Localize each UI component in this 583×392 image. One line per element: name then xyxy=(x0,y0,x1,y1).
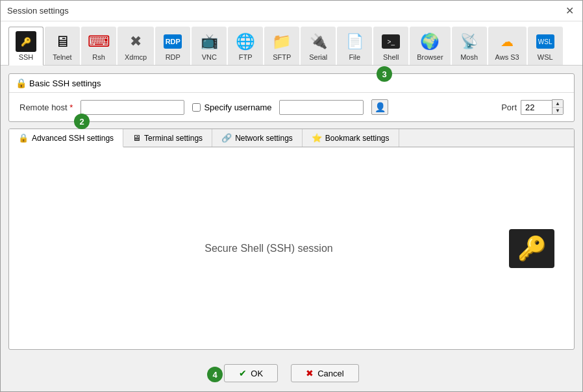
tab-bookmark[interactable]: ⭐ Bookmark settings xyxy=(303,129,399,147)
remote-host-input[interactable] xyxy=(81,100,184,115)
xdmcp-icon: ✖ xyxy=(125,31,146,52)
tab-network-label: Network settings xyxy=(235,134,293,143)
terminal-tab-icon: 🖥 xyxy=(132,133,141,143)
shell-icon: >_ xyxy=(380,31,401,52)
proto-label-mosh: Mosh xyxy=(460,53,478,61)
proto-tab-xdmcp[interactable]: ✖ Xdmcp xyxy=(118,27,154,65)
settings-tabs-bar: 🔒 Advanced SSH settings 🖥 Terminal setti… xyxy=(9,129,574,147)
title-bar: Session settings ✕ xyxy=(1,1,582,21)
proto-tab-shell[interactable]: >_ Shell xyxy=(373,27,408,65)
tabs-content-area: Secure Shell (SSH) session 🔑 xyxy=(9,147,574,349)
serial-icon: 🔌 xyxy=(308,31,329,52)
bookmark-tab-icon: ⭐ xyxy=(312,133,322,143)
port-spinners: ▲ ▼ xyxy=(552,99,564,115)
proto-tab-serial[interactable]: 🔌 Serial xyxy=(301,27,336,65)
ok-label: OK xyxy=(251,369,263,378)
window-title: Session settings xyxy=(7,6,69,16)
basic-settings-title: Basic SSH settings xyxy=(29,79,101,88)
proto-tab-browser[interactable]: 🌍 Browser xyxy=(410,27,450,65)
rsh-icon: ⌨ xyxy=(88,31,109,52)
sftp-icon: 📁 xyxy=(271,31,292,52)
user-browse-button[interactable]: 👤 xyxy=(371,99,388,115)
proto-label-sftp: SFTP xyxy=(273,53,291,61)
port-increment-button[interactable]: ▲ xyxy=(552,100,563,107)
proto-label-shell: Shell xyxy=(383,53,399,61)
vnc-icon: 📺 xyxy=(199,31,219,52)
proto-label-wsl: WSL xyxy=(538,53,553,61)
mosh-icon: 📡 xyxy=(459,31,480,52)
proto-label-rdp: RDP xyxy=(166,53,180,61)
step-circle-2: 2 xyxy=(74,114,90,129)
proto-label-browser: Browser xyxy=(417,53,443,61)
step-circle-3: 3 xyxy=(377,66,392,82)
tab-terminal-label: Terminal settings xyxy=(144,134,203,143)
ssh-icon: 🔑 xyxy=(16,31,36,52)
proto-label-ftp: FTP xyxy=(239,53,253,61)
ok-button[interactable]: ✔ OK xyxy=(224,364,278,382)
settings-tabs-container: 🔒 Advanced SSH settings 🖥 Terminal setti… xyxy=(8,129,575,350)
basic-ssh-settings: 🔒 Basic SSH settings Remote host * Speci… xyxy=(8,73,575,122)
proto-tab-file[interactable]: 📄 File xyxy=(337,27,372,65)
proto-label-vnc: VNC xyxy=(202,53,217,61)
proto-tab-awss3[interactable]: ☁ Aws S3 xyxy=(488,27,527,65)
tab-advanced-ssh-label: Advanced SSH settings xyxy=(32,134,114,143)
proto-tab-ssh[interactable]: 🔑 SSH xyxy=(8,27,43,66)
session-settings-window: Session settings ✕ 🔑 SSH 🖥 Telnet ⌨ Rsh … xyxy=(0,0,583,392)
key-icon-box: 🔑 xyxy=(509,229,554,268)
session-description: Secure Shell (SSH) session xyxy=(29,243,509,254)
browser-icon: 🌍 xyxy=(419,31,440,52)
cancel-icon: ✖ xyxy=(306,368,314,378)
proto-tab-telnet[interactable]: 🖥 Telnet xyxy=(45,27,80,65)
port-group: Port ▲ ▼ xyxy=(501,99,564,115)
proto-label-serial: Serial xyxy=(309,53,327,61)
specify-username-checkbox-label[interactable]: Specify username xyxy=(192,103,271,112)
tab-network[interactable]: 🔗 Network settings xyxy=(212,129,303,147)
step-circle-4: 4 xyxy=(207,367,223,382)
key-icon: 🔑 xyxy=(517,235,547,262)
cancel-label: Cancel xyxy=(317,369,343,378)
awss3-icon: ☁ xyxy=(497,31,517,52)
user-icon: 👤 xyxy=(375,102,386,112)
proto-label-file: File xyxy=(349,53,360,61)
basic-settings-header: 🔒 Basic SSH settings xyxy=(9,74,574,93)
port-input-wrap: ▲ ▼ xyxy=(521,99,564,115)
ok-icon: ✔ xyxy=(239,368,247,378)
file-icon: 📄 xyxy=(344,31,365,52)
telnet-icon: 🖥 xyxy=(52,31,73,52)
proto-tab-vnc[interactable]: 📺 VNC xyxy=(192,27,227,65)
network-tab-icon: 🔗 xyxy=(221,133,232,143)
port-label: Port xyxy=(501,103,517,112)
proto-label-xdmcp: Xdmcp xyxy=(125,53,147,61)
proto-tab-mosh[interactable]: 📡 Mosh xyxy=(452,27,487,65)
proto-tab-rsh[interactable]: ⌨ Rsh xyxy=(81,27,116,65)
main-content: 🔒 Basic SSH settings Remote host * Speci… xyxy=(1,66,582,358)
port-decrement-button[interactable]: ▼ xyxy=(552,107,563,114)
ftp-icon: 🌐 xyxy=(235,31,256,52)
port-input[interactable] xyxy=(521,100,552,115)
protocol-bar: 🔑 SSH 🖥 Telnet ⌨ Rsh ✖ Xdmcp RDP xyxy=(1,21,582,66)
proto-tab-sftp[interactable]: 📁 SFTP xyxy=(264,27,299,65)
specify-username-label: Specify username xyxy=(204,103,271,112)
tab-terminal[interactable]: 🖥 Terminal settings xyxy=(123,129,212,147)
proto-tab-wsl[interactable]: WSL WSL xyxy=(528,27,563,65)
proto-label-rsh: Rsh xyxy=(92,53,105,61)
specify-username-checkbox[interactable] xyxy=(192,103,201,112)
footer: 4 ✔ OK ✖ Cancel xyxy=(1,358,582,391)
proto-tab-rdp[interactable]: RDP RDP xyxy=(155,27,190,65)
proto-label-ssh: SSH xyxy=(19,53,34,61)
username-input[interactable] xyxy=(279,100,364,115)
rdp-icon: RDP xyxy=(162,31,183,52)
group-ssh-icon: 🔒 xyxy=(16,78,27,88)
cancel-button[interactable]: ✖ Cancel xyxy=(291,364,358,382)
proto-tab-ftp[interactable]: 🌐 FTP xyxy=(228,27,263,65)
tab-advanced-ssh[interactable]: 🔒 Advanced SSH settings xyxy=(9,129,123,147)
basic-settings-body: Remote host * Specify username 👤 Port xyxy=(9,93,574,121)
tab-bookmark-label: Bookmark settings xyxy=(325,134,390,143)
wsl-icon: WSL xyxy=(535,31,556,52)
advanced-ssh-tab-icon: 🔒 xyxy=(18,133,29,143)
close-button[interactable]: ✕ xyxy=(563,5,576,18)
proto-label-telnet: Telnet xyxy=(53,53,71,61)
proto-label-awss3: Aws S3 xyxy=(495,53,519,61)
remote-host-label: Remote host * xyxy=(19,103,73,112)
